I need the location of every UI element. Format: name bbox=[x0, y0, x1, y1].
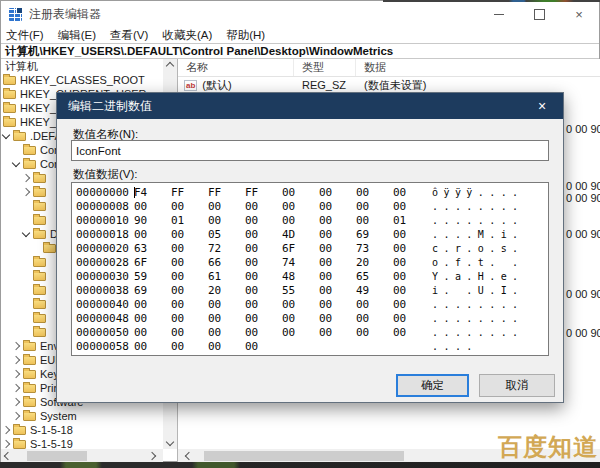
hex-byte[interactable]: 00 bbox=[282, 312, 319, 325]
tree-item-node[interactable]: 计算机 bbox=[1, 59, 163, 73]
hex-byte[interactable]: 00 bbox=[356, 186, 393, 199]
hex-byte[interactable]: 00 bbox=[208, 312, 245, 325]
hex-byte[interactable]: 4D bbox=[282, 228, 319, 241]
hex-byte[interactable]: 00 bbox=[393, 242, 430, 255]
chevron-right-icon[interactable] bbox=[22, 174, 30, 182]
chevron-right-icon[interactable] bbox=[2, 440, 10, 448]
tree-horizontal-scrollbar[interactable] bbox=[1, 449, 163, 463]
hex-byte[interactable]: 55 bbox=[282, 284, 319, 297]
chevron-right-icon[interactable] bbox=[12, 342, 20, 350]
chevron-right-icon[interactable] bbox=[12, 384, 20, 392]
chevron-right-icon[interactable] bbox=[2, 426, 10, 434]
hex-byte[interactable]: 00 bbox=[245, 214, 282, 227]
hex-byte[interactable]: 49 bbox=[356, 284, 393, 297]
chevron-right-icon[interactable] bbox=[12, 356, 20, 364]
column-header-type[interactable]: 类型 bbox=[294, 59, 356, 76]
hex-byte[interactable]: 74 bbox=[282, 256, 319, 269]
hex-byte[interactable]: 00 bbox=[245, 242, 282, 255]
hex-byte[interactable]: 00 bbox=[319, 270, 356, 283]
chevron-right-icon[interactable] bbox=[12, 398, 20, 406]
menu-item-a[interactable]: 收藏夹(A) bbox=[155, 28, 219, 43]
hex-byte[interactable]: 00 bbox=[171, 340, 208, 353]
hex-byte[interactable]: 73 bbox=[356, 242, 393, 255]
hex-byte[interactable]: 00 bbox=[393, 312, 430, 325]
hex-byte[interactable]: 00 bbox=[171, 312, 208, 325]
hex-byte[interactable]: 00 bbox=[356, 326, 393, 339]
scrollbar-thumb[interactable] bbox=[204, 451, 404, 461]
hex-byte[interactable]: 00 bbox=[319, 186, 356, 199]
hex-byte[interactable]: 00 bbox=[245, 270, 282, 283]
hex-byte[interactable]: 00 bbox=[282, 326, 319, 339]
scrollbar-thumb[interactable] bbox=[27, 451, 87, 461]
hex-byte[interactable]: 20 bbox=[208, 284, 245, 297]
scroll-down-icon[interactable] bbox=[163, 435, 177, 449]
scroll-up-icon[interactable] bbox=[163, 59, 177, 73]
cancel-button[interactable]: 取消 bbox=[479, 374, 555, 397]
hex-byte[interactable]: 05 bbox=[208, 228, 245, 241]
hex-byte[interactable]: 00 bbox=[319, 242, 356, 255]
hex-byte[interactable]: 00 bbox=[208, 326, 245, 339]
tree-item-hkey-classes-root[interactable]: HKEY_CLASSES_ROOT bbox=[1, 73, 163, 87]
menu-item-f[interactable]: 文件(F) bbox=[1, 28, 51, 43]
hex-byte[interactable]: 00 bbox=[134, 326, 171, 339]
hex-byte[interactable]: 00 bbox=[356, 200, 393, 213]
hex-byte[interactable]: 00 bbox=[245, 200, 282, 213]
chevron-right-icon[interactable] bbox=[22, 188, 30, 196]
hex-byte[interactable]: 00 bbox=[282, 200, 319, 213]
address-bar[interactable]: 计算机\HKEY_USERS\.DEFAULT\Control Panel\De… bbox=[1, 43, 599, 59]
hex-byte[interactable]: 00 bbox=[393, 256, 430, 269]
menu-item-e[interactable]: 编辑(E) bbox=[51, 28, 103, 43]
hex-byte[interactable]: 48 bbox=[282, 270, 319, 283]
hex-byte[interactable]: 00 bbox=[171, 242, 208, 255]
value-row[interactable]: ab(默认)REG_SZ(数值未设置) bbox=[178, 77, 600, 93]
hex-byte[interactable]: 00 bbox=[356, 214, 393, 227]
chevron-down-icon[interactable] bbox=[22, 229, 30, 237]
hex-byte[interactable]: 00 bbox=[319, 256, 356, 269]
hex-byte[interactable]: 00 bbox=[282, 298, 319, 311]
hex-byte[interactable]: FF bbox=[171, 186, 208, 199]
hex-byte[interactable]: 00 bbox=[393, 298, 430, 311]
hex-byte[interactable]: 01 bbox=[393, 214, 430, 227]
hex-byte[interactable]: 00 bbox=[319, 200, 356, 213]
hex-byte[interactable]: FF bbox=[208, 186, 245, 199]
hex-byte[interactable]: 00 bbox=[208, 214, 245, 227]
hex-byte[interactable]: 6F bbox=[134, 256, 171, 269]
hex-byte[interactable]: 69 bbox=[356, 228, 393, 241]
hex-byte[interactable]: 01 bbox=[171, 214, 208, 227]
hex-byte[interactable]: 00 bbox=[356, 298, 393, 311]
chevron-right-icon[interactable] bbox=[12, 370, 20, 378]
hex-byte[interactable]: 00 bbox=[245, 256, 282, 269]
value-name-field[interactable]: IconFont bbox=[71, 140, 549, 161]
hex-byte[interactable]: 72 bbox=[208, 242, 245, 255]
menu-item-h[interactable]: 帮助(H) bbox=[219, 28, 272, 43]
hex-byte[interactable]: 00 bbox=[393, 228, 430, 241]
hex-byte[interactable]: 00 bbox=[245, 284, 282, 297]
hex-byte[interactable]: 00 bbox=[393, 284, 430, 297]
hex-byte[interactable]: 00 bbox=[245, 340, 282, 353]
hex-byte[interactable]: 00 bbox=[134, 298, 171, 311]
hex-byte[interactable]: 00 bbox=[134, 228, 171, 241]
hex-byte[interactable]: 00 bbox=[319, 228, 356, 241]
hex-byte[interactable]: 65 bbox=[356, 270, 393, 283]
column-header-name[interactable]: 名称 bbox=[178, 59, 294, 76]
maximize-button[interactable] bbox=[519, 1, 559, 27]
hex-byte[interactable]: 00 bbox=[171, 284, 208, 297]
hex-byte[interactable]: 00 bbox=[134, 312, 171, 325]
menu-item-v[interactable]: 查看(V) bbox=[103, 28, 155, 43]
hex-byte[interactable]: 00 bbox=[393, 270, 430, 283]
chevron-right-icon[interactable] bbox=[12, 412, 20, 420]
hex-byte[interactable]: 00 bbox=[319, 214, 356, 227]
hex-editor[interactable]: 00000000F4FFFFFF00000000ô ÿ ÿ ÿ . . . .0… bbox=[71, 182, 549, 356]
scroll-right-icon[interactable] bbox=[145, 449, 159, 463]
hex-byte[interactable]: F4 bbox=[134, 186, 171, 199]
tree-item-s-1-5-18[interactable]: S-1-5-18 bbox=[1, 423, 163, 437]
hex-byte[interactable]: 00 bbox=[134, 340, 171, 353]
hex-byte[interactable]: 00 bbox=[171, 326, 208, 339]
hex-byte[interactable]: 00 bbox=[393, 326, 430, 339]
ok-button[interactable]: 确定 bbox=[396, 374, 469, 397]
minimize-button[interactable] bbox=[479, 1, 519, 27]
hex-byte[interactable]: 59 bbox=[134, 270, 171, 283]
chevron-down-icon[interactable] bbox=[12, 159, 20, 167]
hex-byte[interactable]: 00 bbox=[282, 214, 319, 227]
hex-byte[interactable]: 00 bbox=[245, 312, 282, 325]
